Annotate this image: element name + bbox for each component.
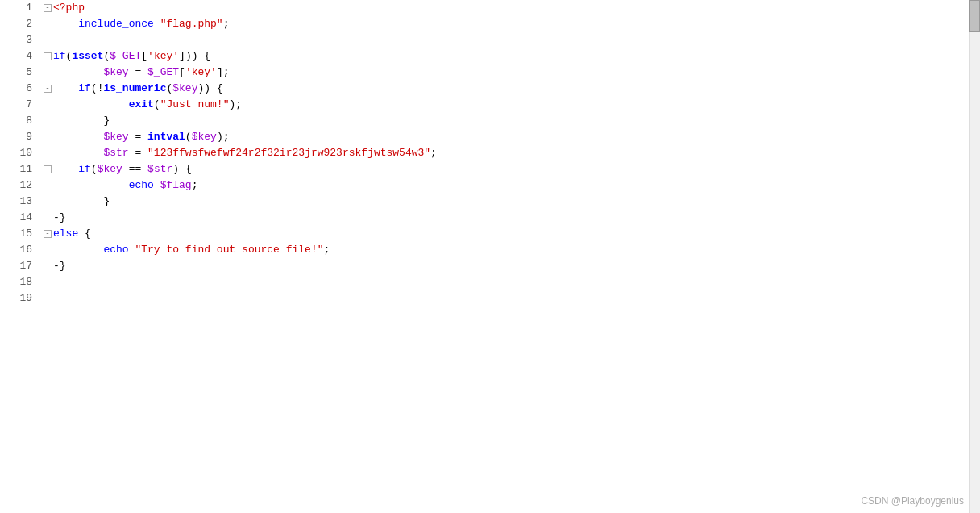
line-number: 11: [0, 161, 39, 177]
code-line: }: [42, 194, 980, 210]
code-content: $key = $_GET['key'];: [53, 65, 230, 81]
line-number: 7: [0, 97, 39, 113]
line-number: 17: [0, 258, 39, 274]
code-content: $str = "123ffwsfwefwf24r2f32ir23jrw923rs…: [53, 145, 437, 161]
code-line: -if(isset($_GET['key'])) {: [42, 48, 980, 65]
code-line: -}: [42, 258, 980, 274]
code-line: [42, 274, 980, 290]
line-numbers: 12345678910111213141516171819: [0, 0, 39, 513]
line-number: 10: [0, 145, 39, 161]
code-line: - if($key == $str) {: [42, 161, 980, 177]
gutter[interactable]: -: [42, 165, 53, 173]
code-lines: -<?php include_once "flag.php";-if(isset…: [39, 0, 980, 513]
line-number: 5: [0, 65, 39, 81]
line-number: 9: [0, 129, 39, 145]
line-number: 14: [0, 210, 39, 226]
code-content: -}: [53, 210, 66, 226]
code-content: <?php: [53, 0, 85, 16]
line-number: 18: [0, 274, 39, 290]
code-content: }: [53, 194, 110, 210]
line-number: 19: [0, 290, 39, 307]
code-content: exit("Just num!");: [53, 97, 242, 113]
code-content: echo "Try to find out source file!";: [53, 242, 330, 258]
line-number: 16: [0, 242, 39, 258]
code-line: }: [42, 113, 980, 129]
code-line: -else {: [42, 226, 980, 242]
code-content: echo $flag;: [53, 177, 197, 194]
gutter[interactable]: -: [42, 85, 53, 93]
code-content: if(!is_numeric($key)) {: [53, 81, 223, 97]
line-number: 4: [0, 48, 39, 65]
code-line: [42, 290, 980, 307]
gutter[interactable]: -: [42, 4, 53, 12]
code-content: }: [53, 113, 110, 129]
line-number: 8: [0, 113, 39, 129]
code-line: echo $flag;: [42, 177, 980, 194]
code-line: [42, 32, 980, 48]
line-number: 3: [0, 32, 39, 48]
fold-icon[interactable]: -: [44, 52, 52, 60]
line-number: 13: [0, 194, 39, 210]
code-content: -}: [53, 258, 66, 274]
code-line: -}: [42, 210, 980, 226]
line-number: 15: [0, 226, 39, 242]
code-line: $key = intval($key);: [42, 129, 980, 145]
line-number: 1: [0, 0, 39, 16]
fold-icon[interactable]: -: [44, 165, 52, 173]
code-line: $str = "123ffwsfwefwf24r2f32ir23jrw923rs…: [42, 145, 980, 161]
code-line: - if(!is_numeric($key)) {: [42, 81, 980, 97]
code-content: if(isset($_GET['key'])) {: [53, 48, 210, 65]
line-number: 6: [0, 81, 39, 97]
fold-icon[interactable]: -: [44, 4, 52, 12]
code-content: if($key == $str) {: [53, 161, 192, 177]
code-content: $key = intval($key);: [53, 129, 230, 145]
code-line: -<?php: [42, 0, 980, 16]
scrollbar-thumb[interactable]: [969, 0, 980, 32]
fold-icon[interactable]: -: [44, 85, 52, 93]
code-area: 12345678910111213141516171819 -<?php inc…: [0, 0, 980, 513]
fold-icon[interactable]: -: [44, 230, 52, 238]
watermark: CSDN @Playboygenius: [861, 495, 964, 507]
code-line: echo "Try to find out source file!";: [42, 242, 980, 258]
gutter[interactable]: -: [42, 52, 53, 60]
code-content: include_once "flag.php";: [53, 16, 229, 32]
code-line: $key = $_GET['key'];: [42, 65, 980, 81]
code-line: include_once "flag.php";: [42, 16, 980, 32]
gutter[interactable]: -: [42, 230, 53, 238]
editor-container: 12345678910111213141516171819 -<?php inc…: [0, 0, 980, 513]
code-content: else {: [53, 226, 91, 242]
line-number: 12: [0, 177, 39, 194]
code-line: exit("Just num!");: [42, 97, 980, 113]
scrollbar[interactable]: ▲: [969, 0, 980, 513]
line-number: 2: [0, 16, 39, 32]
